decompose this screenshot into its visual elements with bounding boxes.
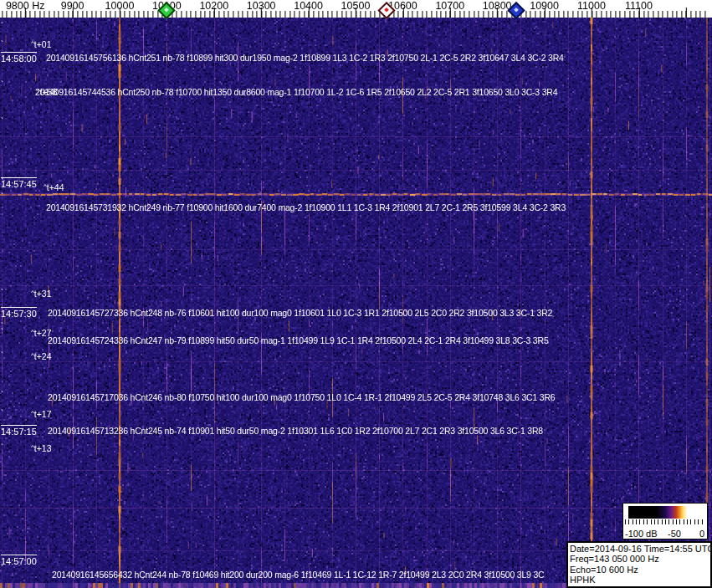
db-color-scale: -100 dB -50 0	[622, 503, 708, 539]
axis-label-9800: 9800 Hz	[6, 0, 45, 12]
info-station-id: HPHK	[570, 575, 709, 585]
status-info-box: Date=2014-09-16 Time=14:55 UTC Freq=143 …	[566, 541, 712, 588]
info-echo-frequency: Echo=10 600 Hz	[570, 565, 709, 575]
info-date-time: Date=2014-09-16 Time=14:55 UTC	[570, 544, 709, 554]
axis-label-10200: 10200	[199, 0, 228, 12]
axis-label-10900: 10900	[530, 0, 559, 12]
db-label-min: -100 dB	[625, 529, 658, 539]
db-gradient-bar	[628, 506, 702, 519]
axis-label-9900: 9900	[61, 0, 85, 12]
axis-labels: 9800 Hz990010000101001020010300104001050…	[0, 0, 712, 18]
axis-label-10500: 10500	[341, 0, 371, 12]
axis-label-10300: 10300	[247, 0, 276, 12]
meteor-echo-spectrogram-app: 9800 Hz990010000101001020010300104001050…	[0, 0, 712, 588]
frequency-axis: 9800 Hz990010000101001020010300104001050…	[0, 0, 712, 18]
axis-label-10400: 10400	[294, 0, 323, 12]
info-frequency: Freq=143 050 000 Hz	[570, 554, 709, 564]
axis-label-10000: 10000	[105, 0, 135, 12]
axis-label-11000: 11000	[577, 0, 606, 12]
db-label-max: 0	[699, 529, 704, 539]
spectrogram-canvas	[0, 18, 712, 588]
axis-label-10700: 10700	[435, 0, 464, 12]
db-scale-ticks	[625, 519, 705, 524]
axis-label-11100: 11100	[625, 0, 653, 12]
db-label-mid: -50	[668, 529, 681, 539]
